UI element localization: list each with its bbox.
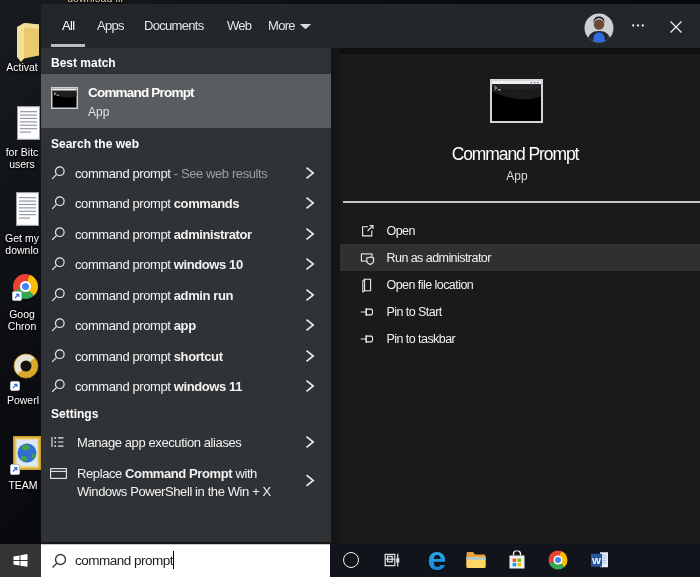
svg-text:W: W (592, 555, 601, 566)
svg-text:e: e (428, 547, 447, 573)
